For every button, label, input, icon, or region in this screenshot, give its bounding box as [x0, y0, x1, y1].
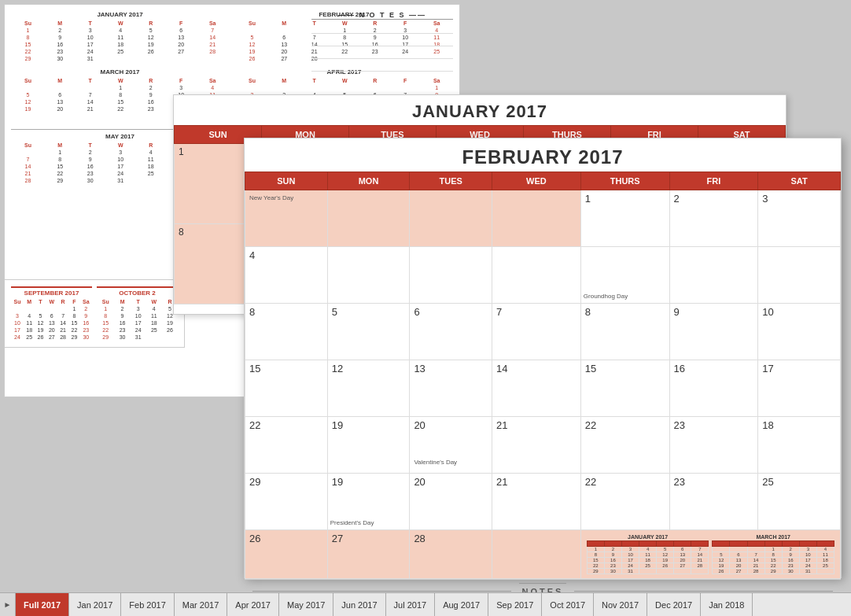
tab-jun-2017[interactable]: Jun 2017 — [333, 593, 385, 617]
table-cell: 22 — [245, 417, 328, 474]
table-cell — [492, 530, 581, 579]
tab-jul-2017[interactable]: Jul 2017 — [386, 593, 436, 617]
tab-aug-2017[interactable]: Aug 2017 — [435, 593, 488, 617]
feb-col-sat: SAT — [758, 172, 841, 190]
table-cell: 5 — [327, 304, 410, 360]
table-cell — [327, 190, 410, 247]
tab-jan-2017[interactable]: Jan 2017 — [69, 593, 121, 617]
feb-col-tue: TUES — [410, 172, 492, 190]
feb-col-fri: FRI — [669, 172, 758, 190]
tab-sep-2017[interactable]: Sep 2017 — [488, 593, 542, 617]
table-cell: 20 — [410, 474, 492, 530]
table-cell: 12 — [327, 360, 410, 417]
february-calendar: SUN MON TUES WED THURS FRI SAT New Year'… — [245, 172, 841, 579]
notes-line-2 — [311, 35, 453, 46]
mar-mini-in-feb: MARCH 2017 SuMTWRFSa 1234 567891011 1213… — [712, 534, 834, 574]
table-cell — [669, 247, 758, 304]
table-cell — [758, 247, 841, 304]
table-cell: 16 — [669, 360, 758, 417]
table-cell: 26 — [245, 530, 328, 579]
feb-col-thu: THURS — [580, 172, 669, 190]
feb-col-mon: MON — [327, 172, 410, 190]
table-cell: 19 — [327, 417, 410, 474]
february-notes-label: NOTES — [519, 583, 567, 592]
table-cell: 2 — [669, 190, 758, 247]
notes-line-3 — [311, 48, 453, 59]
table-cell: 28 — [410, 530, 492, 579]
table-cell: 4 — [245, 247, 328, 304]
table-cell: 21 — [492, 417, 581, 474]
table-cell: 19 President's Day — [327, 474, 410, 530]
table-cell: 25 — [758, 474, 841, 530]
tab-apr-2017[interactable]: Apr 2017 — [227, 593, 279, 617]
tab-dec-2017[interactable]: Dec 2017 — [647, 593, 701, 617]
mini-cal-jan: JANUARY 2017 SuMTWRFSa 1234567 891011121… — [11, 11, 229, 62]
tab-full-2017[interactable]: Full 2017 — [16, 593, 69, 617]
table-cell: 15 — [245, 360, 328, 417]
tab-feb-2017[interactable]: Feb 2017 — [121, 593, 174, 617]
table-cell: 29 — [245, 474, 328, 530]
notes-title-label: —— N O T E S —— — [311, 11, 453, 20]
tab-jan-2018[interactable]: Jan 2018 — [701, 593, 753, 617]
table-cell: 3 — [758, 190, 841, 247]
table-cell: New Year's Day — [245, 190, 328, 247]
table-cell: 8 — [580, 304, 669, 360]
table-cell: 10 — [758, 304, 841, 360]
sep-oct-section: SEPTEMBER 2017 SuMTWRFSa 12 3456789 1011… — [4, 279, 185, 348]
table-cell: 8 — [245, 304, 328, 360]
table-cell — [492, 247, 581, 304]
table-cell — [410, 190, 492, 247]
table-cell: 23 — [669, 417, 758, 474]
table-cell: Groundhog Day — [580, 247, 669, 304]
table-cell: 18 — [758, 417, 841, 474]
notes-section-top: —— N O T E S —— — [311, 11, 453, 73]
january-title: JANUARY 2017 — [174, 95, 786, 125]
table-cell: 6 — [410, 304, 492, 360]
table-cell: 15 — [580, 360, 669, 417]
content-area: —— N O T E S —— JANUARY 2017 SuMTWRFSa 1… — [0, 0, 851, 592]
tab-nov-2017[interactable]: Nov 2017 — [594, 593, 647, 617]
feb-col-sun: SUN — [245, 172, 328, 190]
mini-cal-sep: SEPTEMBER 2017 SuMTWRFSa 12 3456789 1011… — [11, 286, 92, 341]
tab-oct-2017[interactable]: Oct 2017 — [542, 593, 594, 617]
table-cell — [410, 247, 492, 304]
mini-cal-oct: OCTOBER 2 SuMTWR 12345 89101112 15161718… — [97, 286, 178, 341]
table-cell — [492, 190, 581, 247]
notes-line-4 — [311, 61, 453, 72]
table-cell: 7 — [492, 304, 581, 360]
table-cell: 22 — [580, 417, 669, 474]
table-cell: 14 — [492, 360, 581, 417]
table-cell: 21 — [492, 474, 581, 530]
jan-mini-in-feb: JANUARY 2017 SuMTWRFSa 1234567 891011121… — [587, 534, 709, 574]
february-sheet: FEBRUARY 2017 SUN MON TUES WED THURS FRI… — [244, 138, 842, 578]
table-cell: 20 Valentine's Day — [410, 417, 492, 474]
table-cell: 9 — [669, 304, 758, 360]
feb-col-wed: WED — [492, 172, 581, 190]
february-title: FEBRUARY 2017 — [245, 138, 841, 172]
table-cell: 23 — [669, 474, 758, 530]
table-cell: 22 — [580, 474, 669, 530]
tab-may-2017[interactable]: May 2017 — [279, 593, 333, 617]
table-cell: 1 — [580, 190, 669, 247]
tab-arrow-left[interactable]: ► — [0, 593, 16, 617]
table-cell — [327, 247, 410, 304]
table-cell: 27 — [327, 530, 410, 579]
mini-cal-cell: JANUARY 2017 SuMTWRFSa 1234567 891011121… — [580, 530, 840, 579]
tab-mar-2017[interactable]: Mar 2017 — [175, 593, 227, 617]
tab-bar: ► Full 2017 Jan 2017 Feb 2017 Mar 2017 A… — [0, 592, 851, 616]
notes-line-1 — [311, 23, 453, 34]
table-cell: 13 — [410, 360, 492, 417]
table-cell: 17 — [758, 360, 841, 417]
